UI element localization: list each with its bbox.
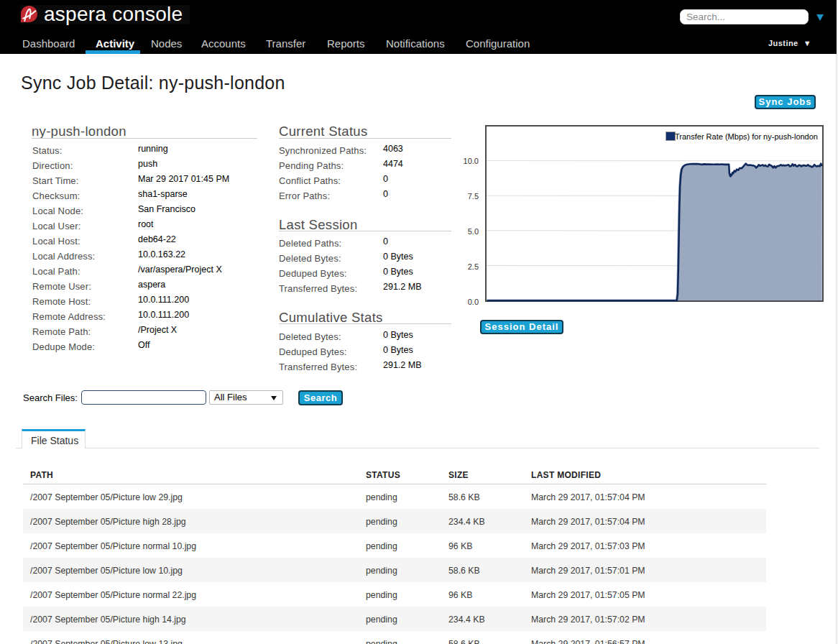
svg-text:Transfer Rate (Mbps) for ny-pu: Transfer Rate (Mbps) for ny-push-london xyxy=(675,132,818,141)
